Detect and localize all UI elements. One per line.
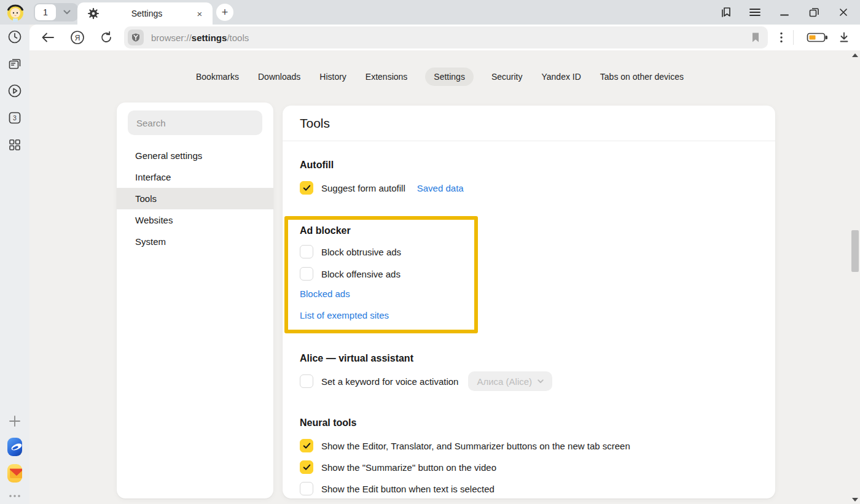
nav-downloads[interactable]: Downloads	[257, 68, 302, 86]
page-scrollbar[interactable]	[850, 50, 860, 504]
settings-sidebar: General settings Interface Tools Website…	[117, 103, 273, 498]
show-summarize-video-checkbox[interactable]	[300, 460, 313, 474]
block-offensive-label: Block offensive ads	[321, 269, 401, 279]
sidebar-item-tools[interactable]: Tools	[117, 188, 273, 209]
neural-tools-heading: Neural tools	[300, 417, 356, 428]
kebab-icon	[780, 32, 783, 43]
restore-icon	[808, 7, 819, 18]
sidebar-item-system[interactable]: System	[117, 231, 273, 252]
block-offensive-checkbox[interactable]	[300, 267, 313, 281]
url-text[interactable]: browser://settings/tools	[151, 33, 751, 43]
plus-icon	[8, 414, 22, 428]
chevron-down-icon	[538, 379, 544, 384]
check-icon	[303, 464, 311, 471]
tabs-rail-button[interactable]: 3	[7, 110, 22, 125]
exempted-sites-link[interactable]: List of exempted sites	[300, 310, 389, 320]
sidebar-item-websites[interactable]: Websites	[117, 209, 273, 231]
svg-text:Я: Я	[75, 34, 80, 42]
saved-data-link[interactable]: Saved data	[417, 183, 464, 193]
suggest-autofill-label: Suggest form autofill	[321, 183, 405, 193]
block-obtrusive-row: Block obtrusive ads	[300, 245, 401, 258]
nav-yandex-id[interactable]: Yandex ID	[540, 68, 582, 86]
block-offensive-row: Block offensive ads	[300, 267, 401, 281]
neural-option-row-3: Show the Edit button when text is select…	[300, 482, 495, 495]
alice-keyword-dropdown[interactable]: Алиса (Alice)	[468, 371, 552, 391]
new-tab-button[interactable]: +	[216, 4, 233, 21]
toolbar: Я browser://settings/tools	[29, 25, 860, 50]
feed-rail-button[interactable]	[7, 56, 22, 71]
rail-more-button[interactable]	[7, 489, 22, 503]
show-edit-button-checkbox[interactable]	[300, 482, 313, 495]
restore-button[interactable]	[806, 5, 822, 20]
autofill-heading: Autofill	[300, 160, 334, 171]
show-edit-button-label: Show the Edit button when text is select…	[321, 484, 495, 494]
block-obtrusive-checkbox[interactable]	[300, 245, 313, 258]
sidebar-item-general[interactable]: General settings	[117, 145, 273, 166]
toolbar-divider	[793, 30, 794, 45]
nav-security[interactable]: Security	[490, 68, 524, 86]
close-window-button[interactable]	[835, 5, 851, 20]
nav-settings[interactable]: Settings	[425, 68, 474, 86]
ad-blocker-highlight-box: Ad blocker Block obtrusive ads Block off…	[284, 216, 478, 333]
check-icon	[303, 185, 311, 192]
downloads-button[interactable]	[837, 30, 851, 45]
active-tab[interactable]: Settings ×	[77, 2, 213, 25]
more-button[interactable]	[774, 30, 789, 45]
add-shortcut-button[interactable]	[7, 414, 22, 428]
show-summarize-video-label: Show the "Summarize" button on the video	[321, 462, 496, 473]
video-rail-button[interactable]	[7, 83, 22, 98]
minimize-button[interactable]	[776, 5, 792, 20]
yandex-browser-icon	[7, 438, 22, 456]
autofill-option-row: Suggest form autofill Saved data	[300, 181, 464, 195]
nav-bookmarks[interactable]: Bookmarks	[195, 68, 240, 86]
alice-avatar-icon	[6, 2, 25, 22]
back-button[interactable]	[41, 30, 55, 45]
site-badge[interactable]	[128, 29, 144, 45]
blocked-ads-link[interactable]: Blocked ads	[300, 289, 350, 299]
dropdown-value: Алиса (Alice)	[477, 376, 532, 387]
side-panel-button[interactable]	[718, 5, 734, 20]
bookmark-page-button[interactable]	[751, 32, 760, 43]
yandex-search-button[interactable]: Я	[70, 30, 85, 45]
alice-keyword-checkbox[interactable]	[300, 374, 313, 388]
scrollbar-thumb[interactable]	[851, 230, 859, 272]
tab-group-control[interactable]: 1	[34, 3, 78, 21]
minimize-icon	[780, 7, 789, 17]
settings-page: Bookmarks Downloads History Extensions S…	[29, 50, 860, 504]
neural-option-row-2: Show the "Summarize" button on the video	[300, 460, 496, 474]
page-title: Tools	[300, 116, 330, 131]
profile-avatar[interactable]	[6, 2, 25, 22]
block-obtrusive-label: Block obtrusive ads	[321, 247, 401, 257]
tab-group-count[interactable]: 1	[35, 4, 56, 20]
search-input[interactable]	[128, 110, 262, 135]
browser-app-shortcut[interactable]	[7, 440, 22, 454]
battery-icon	[807, 31, 829, 44]
scroll-up-arrow-icon[interactable]	[852, 53, 858, 57]
scroll-down-arrow-icon[interactable]	[852, 498, 858, 502]
settings-sections-list: General settings Interface Tools Website…	[117, 145, 273, 252]
battery-saver-button[interactable]	[805, 30, 831, 45]
services-rail-button[interactable]	[7, 138, 22, 152]
title-divider	[283, 141, 775, 141]
nav-history[interactable]: History	[318, 68, 348, 86]
tab-title: Settings	[100, 9, 194, 18]
left-rail: 3	[0, 25, 29, 504]
neural-option-row-1: Show the Editor, Translator, and Summari…	[300, 439, 630, 452]
show-editor-buttons-checkbox[interactable]	[300, 439, 313, 452]
address-bar[interactable]: browser://settings/tools	[124, 26, 768, 48]
menu-button[interactable]	[747, 5, 763, 20]
hamburger-icon	[749, 7, 761, 17]
sidebar-item-interface[interactable]: Interface	[117, 166, 273, 188]
tab-close-icon[interactable]: ×	[194, 9, 205, 19]
history-rail-button[interactable]	[7, 29, 22, 44]
show-editor-buttons-label: Show the Editor, Translator, and Summari…	[321, 441, 630, 451]
download-icon	[838, 31, 850, 44]
svg-text:3: 3	[13, 114, 17, 122]
suggest-autofill-checkbox[interactable]	[300, 181, 313, 195]
nav-extensions[interactable]: Extensions	[364, 68, 408, 86]
chevron-down-icon[interactable]	[56, 10, 78, 15]
nav-tabs-other-devices[interactable]: Tabs on other devices	[599, 68, 685, 86]
refresh-button[interactable]	[99, 30, 114, 45]
mail-app-shortcut[interactable]	[7, 466, 22, 481]
back-arrow-icon	[41, 31, 55, 44]
